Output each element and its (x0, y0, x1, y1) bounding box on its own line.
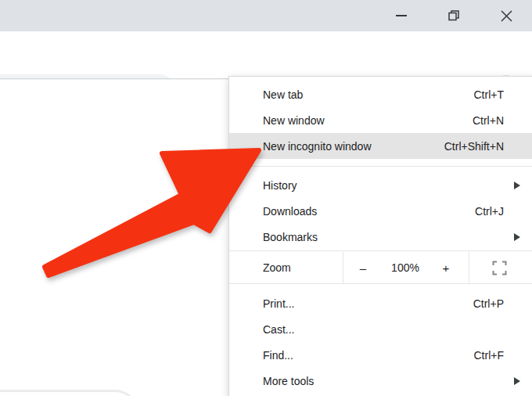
minimize-icon (396, 15, 407, 16)
menu-item-new-tab[interactable]: New tab Ctrl+T (229, 81, 532, 107)
submenu-arrow-icon (514, 377, 520, 385)
restore-icon (447, 9, 461, 23)
zoom-in-button[interactable]: + (434, 252, 458, 283)
browser-window: » a ↓ png ✓ 999+ (0, 0, 532, 396)
shortcut-label: Ctrl+J (475, 205, 504, 218)
submenu-arrow-icon (514, 182, 520, 189)
menu-separator (229, 283, 532, 284)
menu-separator (229, 250, 532, 251)
menu-item-new-incognito-window[interactable]: New incognito window Ctrl+Shift+N (229, 133, 532, 159)
menu-item-find[interactable]: Find... Ctrl+F (229, 342, 532, 368)
title-bar (0, 0, 532, 31)
chrome-main-menu: New tab Ctrl+T New window Ctrl+N New inc… (228, 76, 532, 396)
page-card-edge (0, 390, 138, 396)
submenu-arrow-icon (514, 233, 520, 241)
close-icon (500, 9, 513, 23)
shortcut-label: Ctrl+N (473, 114, 504, 127)
zoom-level-value: 100% (386, 252, 425, 283)
minimize-button[interactable] (383, 0, 419, 31)
restore-button[interactable] (436, 0, 472, 31)
shortcut-label: Ctrl+F (474, 349, 505, 362)
menu-item-more-tools[interactable]: More tools (229, 368, 532, 394)
menu-item-bookmarks[interactable]: Bookmarks (229, 224, 532, 250)
toolbar: » a ↓ png ✓ 999+ (0, 31, 532, 78)
shortcut-label: Ctrl+Shift+N (444, 140, 504, 153)
shortcut-label: Ctrl+P (473, 297, 504, 310)
fullscreen-icon (492, 261, 507, 275)
menu-item-print[interactable]: Print... Ctrl+P (229, 290, 532, 316)
close-button[interactable] (488, 0, 524, 31)
menu-item-cast[interactable]: Cast... (229, 316, 532, 342)
fullscreen-button[interactable] (490, 258, 509, 277)
menu-item-history[interactable]: History (229, 172, 532, 198)
menu-item-downloads[interactable]: Downloads Ctrl+J (229, 198, 532, 224)
shortcut-label: Ctrl+T (474, 88, 505, 101)
menu-item-zoom: Zoom – 100% + (229, 252, 532, 283)
menu-separator (229, 166, 532, 167)
menu-item-new-window[interactable]: New window Ctrl+N (229, 107, 532, 133)
zoom-out-button[interactable]: – (351, 252, 375, 283)
